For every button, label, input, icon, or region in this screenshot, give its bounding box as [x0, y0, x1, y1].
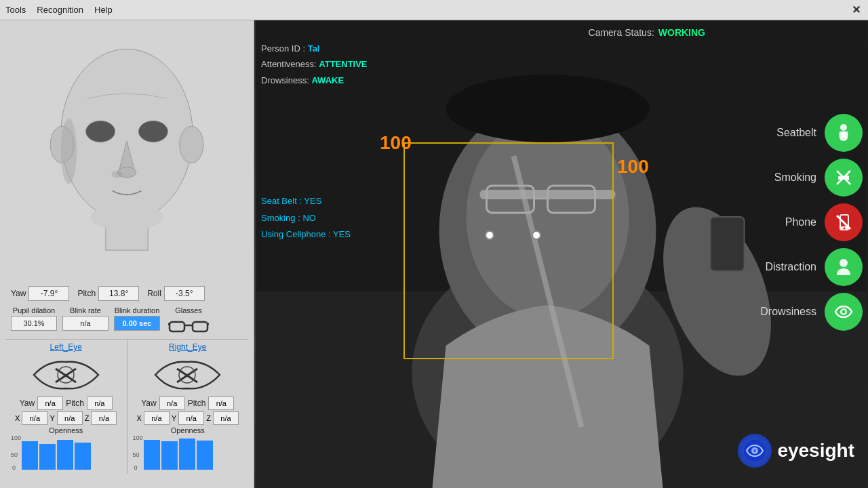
menu-help[interactable]: Help — [94, 5, 113, 15]
seatbelt-label: Seatbelt — [776, 127, 816, 139]
glasses-icon — [165, 316, 212, 336]
right-eye-yaw-label: Yaw — [141, 399, 156, 408]
smoking-status: Smoking : NO — [261, 210, 351, 227]
head-3d-model — [25, 33, 229, 277]
smoking-row: Smoking — [711, 159, 863, 197]
svg-point-5 — [86, 121, 115, 142]
right-eye-y-input[interactable] — [178, 411, 204, 425]
left-eye-pitch-input[interactable] — [87, 396, 113, 410]
left-bar-3 — [57, 440, 73, 470]
menu-bar: Tools Recognition Help — [5, 5, 113, 15]
svg-point-51 — [753, 449, 756, 452]
right-eye-z-input[interactable] — [213, 411, 239, 425]
pitch-input[interactable] — [98, 286, 139, 301]
left-panel: Yaw Pitch Roll Pupil dilation Blink rate — [0, 20, 254, 488]
right-eye-indicator — [532, 230, 541, 240]
right-eye-panel: Right_Eye Yaw Pitch X — [127, 340, 249, 474]
camera-status: Camera Status: WORKING — [589, 27, 705, 38]
left-eye-z-input[interactable] — [91, 411, 117, 425]
left-eye-params: Yaw Pitch — [20, 396, 113, 410]
left-bar-1 — [22, 441, 38, 470]
right-eye-pitch-input[interactable] — [208, 396, 234, 410]
svg-point-30 — [446, 75, 650, 142]
left-eye-title: Left_Eye — [50, 342, 82, 352]
distraction-icon-circle — [825, 248, 863, 286]
icons-panel: Seatbelt Smoking — [705, 108, 868, 336]
distraction-row: Distraction — [711, 248, 863, 286]
roll-label: Roll — [147, 289, 161, 298]
drowsiness-line: Drowsiness: AWAKE — [261, 73, 368, 88]
left-eye-pitch-label: Pitch — [66, 399, 84, 408]
phone-row: Phone — [711, 203, 863, 241]
blink-rate-item: Blink rate — [62, 306, 108, 336]
detection-bounding-box — [403, 142, 614, 359]
yaw-item: Yaw — [11, 286, 69, 301]
roll-item: Roll — [147, 286, 205, 301]
left-openness-label: Openness — [11, 426, 121, 434]
distraction-label: Distraction — [765, 261, 816, 273]
left-eye-graphic — [25, 354, 106, 395]
blink-rate-input[interactable] — [62, 316, 108, 331]
blink-rate-label: Blink rate — [70, 306, 101, 314]
right-eye-x-input[interactable] — [144, 411, 170, 425]
right-eye-yaw-input[interactable] — [159, 396, 185, 410]
pitch-label: Pitch — [77, 289, 96, 298]
glasses-label: Glasses — [175, 306, 202, 314]
left-eye-yaw-input[interactable] — [37, 396, 63, 410]
roll-input[interactable] — [164, 286, 205, 301]
distraction-icon — [833, 256, 854, 278]
drowsiness-label: Drowsiness — [760, 306, 816, 318]
right-eye-pitch-label: Pitch — [188, 399, 206, 408]
left-eye-y-input[interactable] — [57, 411, 83, 425]
eye-tracking-indicators — [485, 230, 541, 240]
pupil-label: Pupil dilation — [13, 306, 55, 314]
svg-point-4 — [180, 126, 203, 163]
status-overlay: Seat Belt : YES Smoking : NO Using Cellp… — [261, 193, 351, 243]
metrics-row: Pupil dilation Blink rate Blink duration… — [5, 304, 248, 339]
svg-rect-10 — [170, 322, 184, 331]
svg-point-8 — [61, 118, 77, 184]
eyesight-logo: eyesight — [738, 434, 854, 468]
right-bar-4 — [197, 441, 213, 470]
right-bar-1 — [144, 440, 160, 470]
yaw-input[interactable] — [28, 286, 69, 301]
left-eye-yaw-label: Yaw — [20, 399, 35, 408]
pupil-input[interactable] — [11, 316, 57, 331]
close-button[interactable]: ✕ — [849, 3, 863, 17]
svg-point-44 — [844, 228, 846, 230]
phone-label: Phone — [785, 216, 816, 228]
glasses-item: Glasses — [165, 306, 212, 336]
yaw-label: Yaw — [11, 289, 26, 298]
smoking-label: Smoking — [774, 171, 816, 184]
svg-point-6 — [139, 121, 168, 142]
drowsiness-icon-circle — [825, 293, 863, 331]
menu-recognition[interactable]: Recognition — [37, 5, 83, 15]
seatbelt-icon-circle — [825, 114, 863, 152]
person-id-line: Person ID : Tal — [261, 41, 368, 56]
title-bar: Tools Recognition Help ✕ — [0, 0, 868, 20]
camera-status-value: WORKING — [658, 27, 705, 38]
left-bar-2 — [39, 444, 56, 470]
phone-icon — [833, 211, 854, 233]
menu-tools[interactable]: Tools — [5, 5, 26, 15]
attentiveness-label: Attentiveness: — [261, 59, 317, 69]
seatbelt-row: Seatbelt — [711, 114, 863, 152]
camera-status-label: Camera Status: — [589, 27, 654, 38]
right-openness-section: Openness 100 50 0 — [130, 425, 246, 471]
blink-dur-input[interactable] — [114, 316, 160, 331]
phone-icon-circle — [825, 203, 863, 241]
head-3d-container — [7, 26, 248, 283]
logo-icon — [738, 434, 772, 468]
cellphone-status: Using Cellphone : YES — [261, 226, 351, 243]
score-right: 100 — [617, 156, 649, 178]
info-overlay: Person ID : Tal Attentiveness: ATTENTIVE… — [261, 41, 368, 88]
logo-text: eyesight — [777, 440, 854, 462]
right-eye-params: Yaw Pitch — [141, 396, 234, 410]
left-bar-4 — [75, 443, 91, 470]
left-eye-x-input[interactable] — [22, 411, 47, 425]
svg-rect-11 — [193, 322, 208, 331]
attentiveness-value: ATTENTIVE — [319, 59, 367, 69]
svg-point-2 — [90, 204, 163, 230]
no-smoking-icon — [833, 167, 854, 188]
svg-point-34 — [840, 124, 847, 131]
